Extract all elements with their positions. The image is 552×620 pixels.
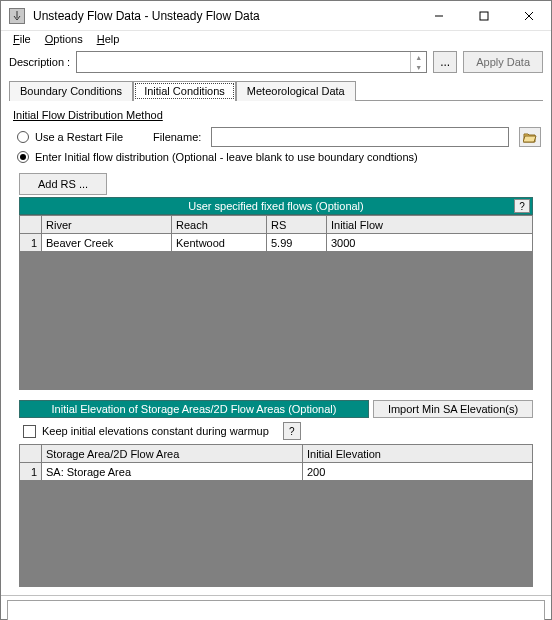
close-button[interactable] xyxy=(506,1,551,30)
rownum-header xyxy=(20,445,42,463)
restart-file-label: Use a Restart File xyxy=(35,131,123,143)
col-reach[interactable]: Reach xyxy=(172,216,267,234)
ifdm-title: Initial Flow Distribution Method xyxy=(13,109,541,121)
table-header-row: River Reach RS Initial Flow xyxy=(20,216,533,234)
fixed-flows-header-label: User specified fixed flows (Optional) xyxy=(188,200,363,212)
menu-options[interactable]: Options xyxy=(39,31,89,47)
river-cell[interactable]: Beaver Creek xyxy=(42,234,172,252)
spin-down-icon[interactable]: ▼ xyxy=(410,62,426,72)
fixed-flows-header: User specified fixed flows (Optional) ? xyxy=(19,197,533,215)
table-row: 1 SA: Storage Area 200 xyxy=(20,463,533,481)
menubar: File Options Help xyxy=(1,31,551,47)
import-min-sa-button[interactable]: Import Min SA Elevation(s) xyxy=(373,400,533,418)
apply-data-button[interactable]: Apply Data xyxy=(463,51,543,73)
open-file-button[interactable] xyxy=(519,127,541,147)
rownum-cell: 1 xyxy=(20,463,42,481)
minimize-button[interactable] xyxy=(416,1,461,30)
sa-table: Storage Area/2D Flow Area Initial Elevat… xyxy=(19,444,533,481)
initial-flow-cell[interactable]: 3000 xyxy=(327,234,533,252)
enter-initial-row: Enter Initial flow distribution (Optiona… xyxy=(17,151,541,163)
keep-elev-label: Keep initial elevations constant during … xyxy=(42,425,269,437)
rownum-header xyxy=(20,216,42,234)
sa-header-label: Initial Elevation of Storage Areas/2D Fl… xyxy=(52,403,337,415)
statusbar xyxy=(1,595,551,620)
description-value[interactable] xyxy=(77,52,410,72)
keep-elev-checkbox[interactable] xyxy=(23,425,36,438)
description-spinner[interactable]: ▲ ▼ xyxy=(410,52,426,72)
sa-table-block: Storage Area/2D Flow Area Initial Elevat… xyxy=(19,444,533,587)
add-rs-button[interactable]: Add RS ... xyxy=(19,173,107,195)
storage-area-cell[interactable]: SA: Storage Area xyxy=(42,463,303,481)
col-rs[interactable]: RS xyxy=(267,216,327,234)
keep-elev-help-button[interactable]: ? xyxy=(283,422,301,440)
col-initial-elevation[interactable]: Initial Elevation xyxy=(303,445,533,463)
table-row: 1 Beaver Creek Kentwood 5.99 3000 xyxy=(20,234,533,252)
description-label: Description : xyxy=(9,56,70,68)
description-more-button[interactable]: ... xyxy=(433,51,457,73)
sa-header-row: Initial Elevation of Storage Areas/2D Fl… xyxy=(19,400,533,418)
table-header-row: Storage Area/2D Flow Area Initial Elevat… xyxy=(20,445,533,463)
restart-file-radio[interactable] xyxy=(17,131,29,143)
reach-cell[interactable]: Kentwood xyxy=(172,234,267,252)
tab-initial-conditions[interactable]: Initial Conditions xyxy=(133,81,236,101)
enter-initial-label: Enter Initial flow distribution (Optiona… xyxy=(35,151,418,163)
titlebar: Unsteady Flow Data - Unsteady Flow Data xyxy=(1,1,551,31)
col-river[interactable]: River xyxy=(42,216,172,234)
description-row: Description : ▲ ▼ ... Apply Data xyxy=(1,47,551,77)
maximize-button[interactable] xyxy=(461,1,506,30)
tab-content-initial: Initial Flow Distribution Method Use a R… xyxy=(1,101,551,595)
enter-initial-radio[interactable] xyxy=(17,151,29,163)
fixed-flows-help-button[interactable]: ? xyxy=(514,199,530,213)
spin-up-icon[interactable]: ▲ xyxy=(410,52,426,62)
tab-meteorological-data[interactable]: Meteorological Data xyxy=(236,81,356,101)
rs-cell[interactable]: 5.99 xyxy=(267,234,327,252)
fixed-flows-table: River Reach RS Initial Flow 1 Beaver Cre… xyxy=(19,215,533,252)
tabs: Boundary Conditions Initial Conditions M… xyxy=(1,77,551,101)
description-input[interactable]: ▲ ▼ xyxy=(76,51,427,73)
sa-header: Initial Elevation of Storage Areas/2D Fl… xyxy=(19,400,369,418)
col-storage-area[interactable]: Storage Area/2D Flow Area xyxy=(42,445,303,463)
restart-file-row: Use a Restart File Filename: xyxy=(17,127,541,147)
rownum-cell: 1 xyxy=(20,234,42,252)
app-icon xyxy=(9,8,25,24)
keep-elev-row: Keep initial elevations constant during … xyxy=(23,422,533,440)
fixed-flows-block: User specified fixed flows (Optional) ? … xyxy=(19,197,533,390)
status-inset xyxy=(7,600,545,620)
fixed-flows-empty-area xyxy=(19,252,533,390)
menu-help[interactable]: Help xyxy=(91,31,126,47)
tab-boundary-conditions[interactable]: Boundary Conditions xyxy=(9,81,133,101)
col-initial-flow[interactable]: Initial Flow xyxy=(327,216,533,234)
filename-input[interactable] xyxy=(211,127,509,147)
menu-file[interactable]: File xyxy=(7,31,37,47)
svg-rect-1 xyxy=(480,12,488,20)
filename-label: Filename: xyxy=(153,131,201,143)
window-title: Unsteady Flow Data - Unsteady Flow Data xyxy=(31,9,416,23)
initial-elevation-cell[interactable]: 200 xyxy=(303,463,533,481)
sa-empty-area xyxy=(19,481,533,587)
